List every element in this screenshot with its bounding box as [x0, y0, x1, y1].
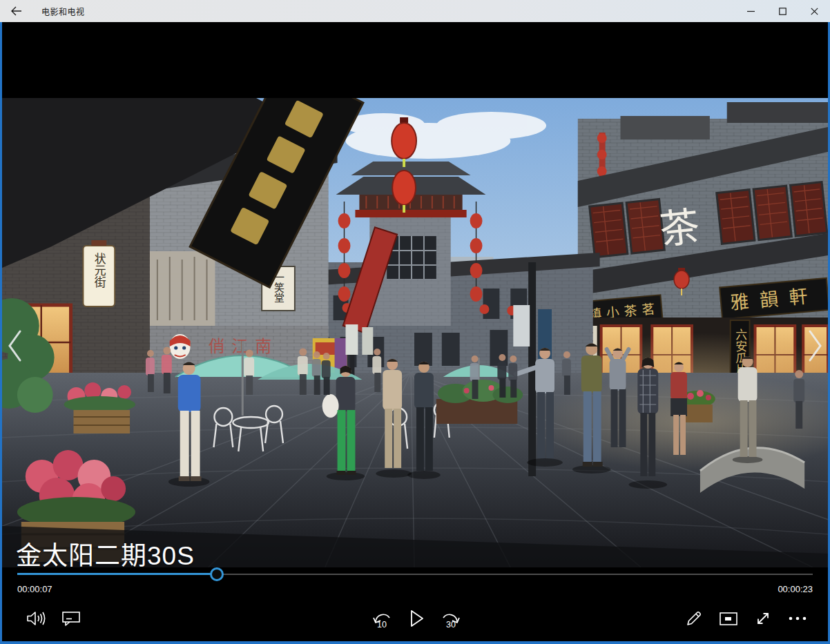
seek-fill — [17, 573, 217, 575]
volume-button[interactable] — [21, 603, 51, 634]
back-arrow-icon — [10, 6, 22, 16]
play-button[interactable] — [402, 603, 432, 634]
video-surface[interactable]: 茶 雅韻軒 鎮小茶茗 — [2, 98, 828, 567]
skip-forward-button[interactable]: 30 — [436, 603, 466, 634]
close-button[interactable] — [798, 0, 830, 22]
maximize-icon — [779, 8, 786, 15]
sign-zhuang-yuan-jie: 状元街 — [93, 253, 106, 288]
closed-captions-icon — [62, 611, 80, 626]
minimize-icon — [747, 8, 755, 15]
previous-button[interactable] — [3, 326, 27, 366]
elapsed-time: 00:00:07 — [17, 584, 52, 594]
seek-bar[interactable] — [17, 567, 813, 581]
minimize-button[interactable] — [735, 0, 766, 22]
mini-view-button[interactable] — [713, 603, 744, 634]
video-scene: 茶 雅韻軒 鎮小茶茗 — [2, 98, 828, 567]
more-options-icon — [789, 616, 807, 621]
skip-forward-label: 30 — [436, 620, 466, 630]
total-time: 00:00:23 — [778, 584, 813, 594]
play-icon — [409, 609, 425, 627]
volume-icon — [27, 611, 46, 626]
time-labels: 00:00:07 00:00:23 — [17, 584, 813, 594]
app-title: 电影和电视 — [41, 6, 85, 17]
titlebar: 电影和电视 — [0, 0, 830, 22]
mini-player-icon — [720, 612, 737, 625]
sign-tea: 茶 — [657, 204, 702, 253]
maximize-button[interactable] — [766, 0, 798, 22]
fullscreen-button[interactable] — [748, 603, 778, 634]
skip-back-label: 10 — [367, 620, 397, 630]
fullscreen-icon — [755, 610, 771, 627]
edit-button[interactable] — [679, 603, 709, 634]
chevron-right-icon — [803, 326, 827, 366]
app-window: 电影和电视 — [0, 0, 830, 644]
more-options-button[interactable] — [782, 603, 813, 634]
chevron-left-icon — [3, 326, 27, 366]
next-button[interactable] — [803, 326, 827, 366]
pencil-icon — [686, 610, 702, 627]
skip-back-button[interactable]: 10 — [367, 603, 397, 634]
transport-controls: 00:00:07 00:00:23 — [2, 556, 828, 641]
close-icon — [811, 8, 818, 15]
control-buttons: 10 30 — [2, 603, 828, 635]
seek-handle[interactable] — [210, 567, 224, 581]
back-button[interactable] — [0, 0, 32, 22]
subtitles-button[interactable] — [56, 603, 86, 634]
player-area: 茶 雅韻軒 鎮小茶茗 — [2, 22, 828, 641]
